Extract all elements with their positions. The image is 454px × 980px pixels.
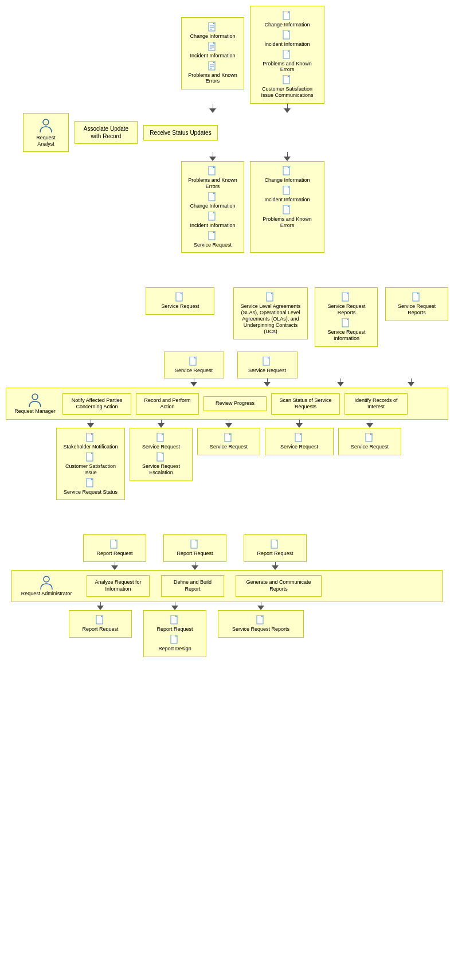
s2-r2-l1: Service Request Reports	[390, 303, 443, 316]
doc-item: Report Request	[88, 540, 141, 557]
doc-icon	[86, 452, 95, 463]
doc-icon	[86, 433, 95, 443]
action-associate-update: Associate Update with Record	[75, 121, 138, 144]
s3-in3-box: Report Request	[244, 534, 307, 562]
s2-out4: Service Request	[265, 428, 334, 455]
person-icon	[39, 118, 53, 133]
s1-o1-l4: Service Request	[194, 242, 232, 248]
diagram-canvas: Change Information Incident Information …	[0, 0, 454, 669]
arrow-s2-2	[233, 378, 302, 386]
doc-icon	[208, 42, 217, 52]
s1-i1-label3: Problems and Known Errors	[186, 72, 239, 85]
s3-in3-l: Report Request	[257, 550, 293, 557]
svg-point-23	[43, 119, 49, 125]
doc-item: Report Request	[148, 615, 201, 632]
define-label: Define and Build Report	[166, 579, 219, 592]
s2-r1-l2: Service Request Information	[320, 329, 373, 342]
doc-icon	[208, 192, 217, 202]
arrow4	[250, 152, 324, 161]
s2-top-right2: Service Request Reports	[385, 287, 448, 321]
doc-icon	[283, 30, 292, 41]
action-define: Define and Build Report	[161, 575, 224, 596]
s2-o3-l1: Service Request	[210, 444, 248, 450]
doc-icon	[175, 292, 185, 303]
s1-i1-label1: Change Information	[190, 33, 235, 40]
doc-item: Report Request	[169, 540, 221, 557]
s1-o2-l3: Problems and Known Errors	[255, 216, 319, 229]
doc-icon	[342, 292, 351, 303]
doc-item: Incident Information	[255, 186, 319, 203]
doc-item: Service Request Escalation	[135, 452, 187, 476]
s2-mid-sr2: Service Request	[233, 352, 302, 379]
s2-mid-sr1-box: Service Request	[164, 352, 224, 379]
s3-in2-box: Report Request	[163, 534, 226, 562]
manager-role-label: Request Manager	[14, 408, 56, 415]
analyst-role-label: Request Analyst	[29, 135, 62, 147]
s1-i2-label2: Incident Information	[264, 41, 310, 48]
associate-update-label: Associate Update with Record	[80, 125, 132, 140]
doc-icon	[266, 292, 275, 303]
doc-item: Service Request Reports	[320, 292, 373, 316]
doc-icon	[263, 357, 272, 367]
role-request-admin: Request Administrator	[18, 575, 75, 597]
identify-label: Identify Records of Interest	[350, 397, 402, 411]
doc-item: Service Request	[202, 433, 255, 450]
s2-mid-sr1: Service Request	[159, 352, 228, 379]
doc-item: Problems and Known Errors	[255, 205, 319, 229]
s1-output-col2: Change Information Incident Information …	[250, 161, 324, 253]
doc-item: Problems and Known Errors	[186, 166, 239, 190]
doc-icon	[295, 433, 304, 443]
doc-icon	[156, 452, 166, 463]
notify-label: Notify Affected Parties Concerning Actio…	[68, 397, 126, 411]
doc-item: Report Request	[74, 615, 127, 632]
generate-label: Generate and Communicate Reports	[241, 579, 316, 592]
action-identify: Identify Records of Interest	[345, 393, 408, 415]
doc-icon	[86, 478, 95, 489]
doc-icon	[110, 540, 119, 550]
doc-icon	[283, 186, 292, 196]
doc-icon	[412, 292, 421, 303]
arrow2	[250, 104, 324, 113]
s3-in2-l: Report Request	[177, 550, 213, 557]
svg-point-52	[32, 394, 38, 400]
arrow-s3-out1	[69, 602, 132, 610]
doc-item: Change Information	[255, 166, 319, 183]
s3-out3: Service Request Reports	[218, 610, 304, 638]
s2-o1-l1: Stakeholder Notification	[63, 444, 118, 450]
s3-top-in2: Report Request	[161, 534, 229, 562]
s2-out3: Service Request	[197, 428, 260, 455]
s2-o2-l1: Service Request	[142, 444, 180, 450]
action-analyze: Analyze Request for Information	[87, 575, 150, 596]
receive-status-label: Receive Status Updates	[148, 129, 213, 136]
record-label: Record and Perform Action	[141, 397, 194, 411]
s3-top-in1: Report Request	[80, 534, 149, 562]
doc-item: Change Information	[186, 192, 239, 209]
doc-item: Incident Information	[186, 42, 239, 59]
s3-o1-l1: Report Request	[82, 626, 118, 632]
action-receive-status: Receive Status Updates	[143, 125, 218, 140]
doc-icon	[190, 540, 199, 550]
scan-label: Scan Status of Service Requests	[276, 397, 335, 411]
section-divider-1	[0, 264, 454, 287]
action-review: Review Progress	[203, 396, 267, 411]
s2-r1-l1: Service Request Reports	[320, 303, 373, 316]
s2-o1-l2: Customer Satisfaction Issue	[61, 463, 120, 476]
s3-in1-box: Report Request	[83, 534, 146, 562]
doc-item: Report Request	[249, 540, 302, 557]
s3-o2-l1: Report Request	[156, 626, 193, 632]
doc-item: Service Request	[242, 357, 292, 374]
doc-icon	[224, 433, 233, 443]
doc-item: Customer Satisfaction Issue Communicatio…	[255, 75, 319, 99]
receive-status-box: Receive Status Updates	[143, 125, 218, 140]
s2-o5-l1: Service Request	[351, 444, 389, 450]
person-icon	[28, 393, 42, 408]
s2-o2-l2: Service Request Escalation	[135, 463, 187, 476]
s2-mid-sr2-box: Service Request	[237, 352, 298, 379]
arrow-s3-1	[80, 562, 149, 570]
s2-sla-l: Service Level Agreements (SLAs), Operati…	[238, 303, 303, 334]
arrow-s2-out3	[197, 420, 260, 428]
s1-o1-l2: Change Information	[190, 203, 235, 209]
doc-icon	[283, 50, 292, 60]
s2-top-sla: Service Level Agreements (SLAs), Operati…	[233, 287, 308, 339]
s1-o1-l3: Incident Information	[190, 222, 235, 229]
